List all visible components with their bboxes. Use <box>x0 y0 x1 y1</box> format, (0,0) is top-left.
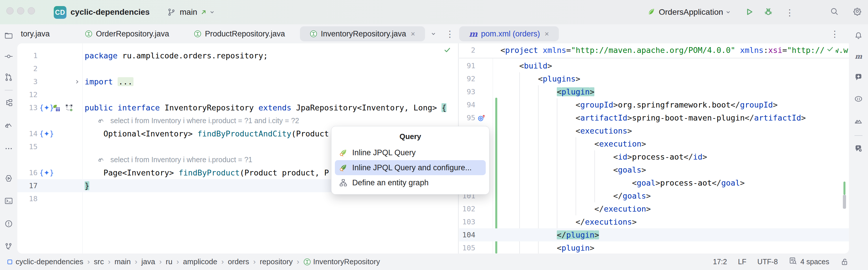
caret-position[interactable]: 17:2 <box>713 258 727 266</box>
window-close-button[interactable] <box>6 7 13 14</box>
breadcrumb-item-inventoryrepository[interactable]: InventoryRepository <box>303 257 380 266</box>
tab-pom-xml-orders-[interactable]: mpom.xml (orders)× <box>459 26 559 41</box>
chevron-down-icon[interactable] <box>144 9 151 16</box>
diagram-gutter-icon[interactable] <box>65 101 73 114</box>
breadcrumb-separator: › <box>221 257 224 266</box>
breadcrumb-item-ru[interactable]: ru <box>166 257 173 266</box>
close-tab-icon[interactable]: × <box>411 29 415 38</box>
code-row: 13{✦}public interface InventoryRepositor… <box>17 101 458 114</box>
code-row: 102 </execution> <box>459 202 849 215</box>
settings-button[interactable] <box>853 7 862 16</box>
tab-productrepository-java[interactable]: ProductRepository.java <box>184 26 295 41</box>
breadcrumb-item-java[interactable]: java <box>141 257 155 266</box>
problems-icon[interactable] <box>2 217 15 230</box>
code-line: </plugin> <box>500 229 599 241</box>
jpa-structure-icon[interactable] <box>2 119 15 131</box>
version-control-icon[interactable] <box>2 241 15 253</box>
breadcrumb-item-src[interactable]: src <box>94 257 104 266</box>
pull-requests-icon[interactable] <box>2 71 15 84</box>
search-everywhere-button[interactable] <box>830 7 839 16</box>
svg-text:m: m <box>855 52 862 60</box>
project-name[interactable]: cyclic-dependencies <box>70 0 150 24</box>
window-zoom-button[interactable] <box>28 7 35 14</box>
indent-style[interactable]: 4 spaces <box>789 257 829 267</box>
title-bar: CD cyclic-dependencies main OrdersApplic… <box>0 0 868 24</box>
popup-title: Query <box>332 129 489 145</box>
ai-history-icon[interactable] <box>852 142 865 155</box>
code-line: <plugins> <box>500 72 580 85</box>
breadcrumb-item-cyclic-dependencies[interactable]: cyclic-dependencies <box>6 257 83 266</box>
close-tab-icon[interactable]: × <box>545 29 549 38</box>
code-row: 12 <box>17 88 458 101</box>
breadcrumb-item-orders[interactable]: orders <box>228 257 249 266</box>
terminal-icon[interactable] <box>2 194 15 207</box>
jpa-designer-icon[interactable] <box>852 115 865 127</box>
menu-item-inline-jpql-query[interactable]: Inline JPQL Query <box>335 145 486 160</box>
run-button[interactable] <box>744 7 754 17</box>
ai-braces-gutter-icon[interactable]: {✦} <box>39 127 54 140</box>
tab-options-icon[interactable]: ⋮ <box>831 24 839 43</box>
editor-tab-bar-right: mpom.xml (orders)×⋮ <box>459 24 849 43</box>
breadcrumb-item-repository[interactable]: repository <box>260 257 293 266</box>
inlay-hint-text[interactable]: select i from Inventory i where i.produc… <box>111 114 299 127</box>
project-folder-icon[interactable] <box>2 29 15 42</box>
commit-icon[interactable] <box>2 50 15 63</box>
write-access-unlock-icon[interactable] <box>840 258 849 266</box>
project-logo[interactable]: CD <box>54 6 66 19</box>
inlay-hint-text[interactable]: select i from Inventory i where i.produc… <box>111 153 252 166</box>
line-number: 91 <box>459 59 475 72</box>
chevron-down-icon[interactable] <box>725 9 732 16</box>
ai-braces-gutter-icon[interactable]: {✦} <box>39 166 54 179</box>
code-row: 1package ru.amplicode.orders.repository; <box>17 49 458 62</box>
scrollbar-thumb[interactable] <box>843 195 846 209</box>
breadcrumb-separator: › <box>159 257 162 266</box>
breadcrumb-separator: › <box>297 257 299 266</box>
chevron-down-icon[interactable] <box>209 9 216 16</box>
fold-chevron-icon[interactable] <box>74 75 80 88</box>
code-line: <groupId>org.springframework.boot</group… <box>500 98 778 111</box>
query-popup: Query Inline JPQL QueryInline JPQL Query… <box>332 126 489 194</box>
jpql-query-inlay-icon[interactable] <box>97 155 105 164</box>
menu-item-inline-jpql-query-and-configure-[interactable]: Inline JPQL Query and configure... <box>335 160 486 175</box>
hidden-tabs-chevron[interactable] <box>430 24 437 43</box>
tab-tory-java[interactable]: tory.java <box>17 26 70 41</box>
more-horizontal-icon[interactable] <box>2 142 15 155</box>
branch-name[interactable]: main <box>180 0 197 24</box>
more-actions-button[interactable]: ⋮ <box>785 7 794 18</box>
tab-inventoryrepository-java[interactable]: InventoryRepository.java× <box>300 26 425 41</box>
ai-assistant-icon[interactable] <box>852 71 865 84</box>
run-configuration[interactable]: OrdersApplication <box>659 0 723 24</box>
menu-item-label: Define an entity graph <box>352 178 429 187</box>
code-line: Page<Inventory> findByProduct(Product pr… <box>85 166 329 179</box>
inspections-ok-icon[interactable] <box>442 46 453 56</box>
services-icon[interactable] <box>2 172 15 185</box>
jpql-query-inlay-icon[interactable] <box>97 116 105 125</box>
debug-button[interactable] <box>764 7 773 17</box>
tab-label: pom.xml (orders) <box>481 29 540 38</box>
code-row: 3import ... <box>17 75 458 88</box>
inspections-ok-icon[interactable] <box>825 45 836 55</box>
tab-orderrepository-java[interactable]: OrderRepository.java <box>75 26 179 41</box>
arrow-up-right-icon[interactable] <box>200 8 208 16</box>
code-row: 91 <build> <box>459 59 849 72</box>
line-number: 105 <box>459 241 475 253</box>
menu-item-define-an-entity-graph[interactable]: Define an entity graph <box>335 175 486 190</box>
breadcrumb-item-main[interactable]: main <box>115 257 131 266</box>
maven-icon[interactable]: m <box>852 50 865 63</box>
file-encoding[interactable]: UTF-8 <box>757 258 778 266</box>
structure-icon[interactable] <box>2 96 15 109</box>
notifications-bell-icon[interactable] <box>852 29 865 42</box>
tab-options-icon[interactable]: ⋮ <box>445 24 454 43</box>
breadcrumb-item-amplicode[interactable]: amplicode <box>183 257 217 266</box>
goal-nav-gutter-icon[interactable] <box>477 111 486 124</box>
code-row: 105 <plugin> <box>459 241 849 253</box>
line-separator[interactable]: LF <box>738 258 746 266</box>
jpa-item-gutter-icon[interactable] <box>52 101 61 114</box>
line-number: 102 <box>459 202 475 215</box>
endpoints-icon[interactable] <box>852 92 865 105</box>
window-minimize-button[interactable] <box>17 7 24 14</box>
code-line: </executions> <box>500 215 637 229</box>
editor-pane-xml[interactable]: 91 <build>92 <plugins>93 <plugin>94 <gro… <box>459 43 849 253</box>
sticky-line[interactable]: 2<project xmlns="http://maven.apache.org… <box>459 43 849 58</box>
code-row: 93 <plugin> <box>459 85 849 98</box>
